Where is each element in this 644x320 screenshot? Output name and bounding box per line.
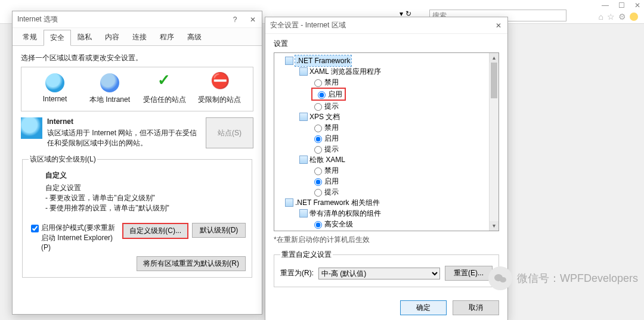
- zone-label: Internet: [31, 95, 79, 103]
- tree-node-netfx[interactable]: .NET Framework: [295, 55, 351, 66]
- reset-button[interactable]: 重置(E)...: [445, 266, 493, 281]
- home-icon[interactable]: ⌂: [599, 12, 603, 21]
- radio-highsec[interactable]: [314, 221, 322, 229]
- sites-button[interactable]: 站点(S): [206, 117, 253, 148]
- reset-all-zones-button[interactable]: 将所有区域重置为默认级别(R): [137, 256, 246, 271]
- radio-prompt[interactable]: [314, 103, 322, 111]
- category-icon: [285, 57, 293, 65]
- radio-label: 提示: [324, 144, 339, 154]
- scroll-thumb[interactable]: [491, 63, 497, 98]
- zone-instruction: 选择一个区域以查看或更改安全设置。: [21, 53, 253, 63]
- radio-disable[interactable]: [314, 125, 322, 132]
- radio-label: 启用: [324, 133, 339, 144]
- radio-enable[interactable]: [318, 91, 326, 99]
- intranet-icon: [100, 73, 119, 92]
- custom-level-button[interactable]: 自定义级别(C)...: [122, 223, 188, 239]
- tree-node-netfx-related[interactable]: .NET Framework 相关组件: [295, 198, 380, 207]
- level-line: - 要更改设置，请单击"自定义级别": [45, 193, 246, 203]
- level-line: 自定义设置: [45, 183, 246, 193]
- tab-privacy[interactable]: 隐私: [71, 29, 98, 45]
- zone-label: 本地 Intranet: [86, 95, 134, 105]
- reset-legend: 重置自定义设置: [280, 250, 333, 260]
- favorites-icon[interactable]: ☆: [607, 12, 615, 21]
- radio-label: 禁用: [324, 165, 339, 176]
- tab-security[interactable]: 安全: [44, 30, 71, 46]
- wechat-label: 微信号：WPFDevelopers: [517, 271, 638, 285]
- feedback-icon[interactable]: [630, 13, 638, 21]
- close-icon[interactable]: ✕: [490, 17, 507, 34]
- radio-enable[interactable]: [314, 135, 322, 143]
- level-name: 自定义: [45, 170, 246, 181]
- zone-label: 受限制的站点: [196, 95, 243, 105]
- category-icon: [299, 156, 308, 164]
- cancel-button[interactable]: 取消: [453, 300, 499, 315]
- radio-label: 提示: [324, 187, 339, 197]
- zone-intranet[interactable]: 本地 Intranet: [86, 73, 134, 105]
- zone-label: 受信任的站点: [141, 95, 188, 105]
- security-level-legend: 该区域的安全级别(L): [29, 154, 97, 164]
- maximize-icon[interactable]: ☐: [618, 1, 625, 10]
- tree-scrollbar[interactable]: ▴ ▾: [489, 53, 499, 231]
- radio-disable[interactable]: [314, 79, 322, 87]
- radio-label: 禁用: [324, 229, 339, 231]
- level-line: - 要使用推荐的设置，请单击"默认级别": [45, 203, 246, 213]
- zone-restricted[interactable]: 受限制的站点: [196, 73, 243, 105]
- tools-icon[interactable]: ⚙: [618, 12, 626, 21]
- wechat-icon: [488, 266, 512, 290]
- settings-label: 设置: [265, 34, 507, 49]
- reset-to-select[interactable]: 中-高 (默认值): [318, 268, 440, 279]
- radio-disable[interactable]: [314, 167, 322, 175]
- default-level-button[interactable]: 默认级别(D): [192, 223, 246, 238]
- radio-label: 提示: [324, 101, 339, 111]
- radio-label: 禁用: [324, 77, 339, 88]
- radio-enable[interactable]: [314, 178, 322, 186]
- tabstrip: 常规 安全 隐私 内容 连接 程序 高级: [13, 28, 262, 46]
- protected-mode-checkbox[interactable]: [31, 225, 39, 232]
- reset-group: 重置自定义设置 重置为(R): 中-高 (默认值) 重置(E)...: [274, 250, 499, 287]
- internet-options-dialog: Internet 选项 ? ✕ 常规 安全 隐私 内容 连接 程序 高级 选择一…: [12, 11, 262, 315]
- restart-note: *在重新启动你的计算机后生效: [265, 234, 507, 246]
- tab-connections[interactable]: 连接: [126, 29, 153, 45]
- radio-label: 启用: [328, 89, 342, 100]
- zone-trusted[interactable]: 受信任的站点: [141, 73, 188, 105]
- zone-title: Internet: [47, 117, 201, 126]
- category-icon: [299, 67, 308, 76]
- security-level-group: 该区域的安全级别(L) 自定义 自定义设置 - 要更改设置，请单击"自定义级别"…: [22, 154, 252, 278]
- wechat-watermark: 微信号：WPFDevelopers: [488, 266, 638, 290]
- ok-button[interactable]: 确定: [400, 300, 447, 315]
- dialog-titlebar: Internet 选项 ? ✕: [13, 11, 262, 28]
- radio-prompt[interactable]: [314, 189, 322, 197]
- dialog-titlebar: 安全设置 - Internet 区域 ✕: [265, 17, 507, 34]
- zone-internet[interactable]: Internet: [31, 73, 79, 105]
- dialog-title: Internet 选项: [17, 14, 58, 24]
- security-settings-dialog: 安全设置 - Internet 区域 ✕ 设置 .NET Framework X…: [265, 17, 508, 320]
- scroll-down-icon[interactable]: ▾: [490, 221, 499, 231]
- restrict-icon: [210, 73, 229, 92]
- radio-label: 启用: [324, 176, 339, 187]
- minimize-icon[interactable]: —: [602, 1, 609, 10]
- tab-advanced[interactable]: 高级: [181, 29, 208, 45]
- tree-node-xps[interactable]: XPS 文档: [309, 113, 340, 121]
- radio-prompt[interactable]: [314, 146, 322, 154]
- scroll-up-icon[interactable]: ▴: [490, 53, 499, 63]
- tree-node-xaml-browser[interactable]: XAML 浏览器应用程序: [309, 67, 381, 76]
- globe-icon: [21, 117, 42, 139]
- globe-icon: [45, 73, 64, 92]
- settings-tree[interactable]: .NET Framework XAML 浏览器应用程序 禁用 启用 提示 XPS…: [274, 53, 499, 231]
- help-icon[interactable]: ?: [226, 11, 244, 28]
- check-icon: [155, 73, 174, 92]
- radio-label: 禁用: [324, 122, 339, 133]
- tab-programs[interactable]: 程序: [153, 29, 181, 45]
- tab-content[interactable]: 内容: [98, 29, 126, 45]
- close-icon[interactable]: ✕: [244, 11, 262, 28]
- category-icon: [299, 209, 308, 218]
- tab-general[interactable]: 常规: [16, 29, 44, 45]
- close-icon[interactable]: ✕: [634, 1, 640, 10]
- category-icon: [285, 198, 293, 207]
- category-icon: [299, 113, 308, 121]
- zone-selector: Internet 本地 Intranet 受信任的站点 受限制的站点: [21, 67, 253, 111]
- zone-description: 该区域适用于 Internet 网站，但不适用于在受信任和受限制区域中列出的网站…: [47, 128, 201, 148]
- tree-node-loose-xaml[interactable]: 松散 XAML: [309, 156, 345, 164]
- dialog-title: 安全设置 - Internet 区域: [270, 20, 346, 30]
- tree-node-simple-perm[interactable]: 带有清单的权限的组件: [309, 209, 381, 218]
